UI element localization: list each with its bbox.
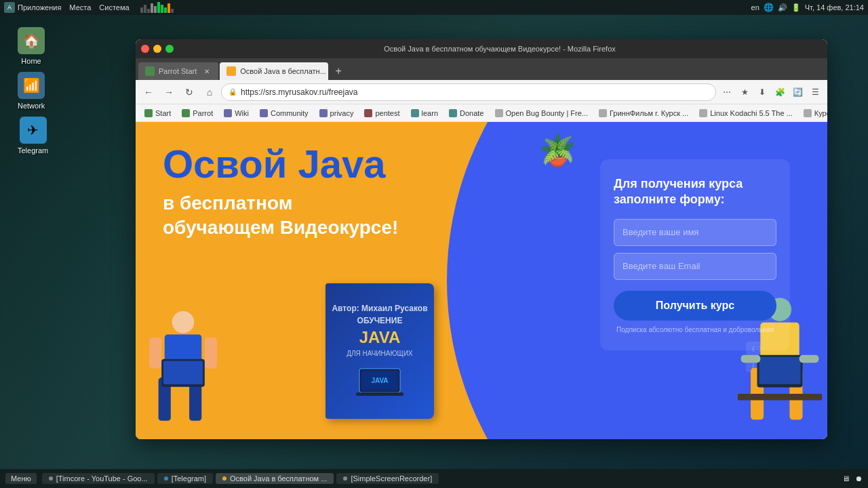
- home-icon-img: 🏠: [18, 27, 45, 54]
- menu-icon[interactable]: ☰: [807, 84, 823, 100]
- forward-button[interactable]: →: [160, 83, 178, 101]
- parrot-tab-label: Parrot Start: [159, 67, 197, 75]
- start-menu-button[interactable]: Меню: [5, 473, 37, 484]
- svg-rect-17: [738, 394, 822, 401]
- parrot-tab-close[interactable]: ✕: [202, 66, 212, 76]
- desktop-icon-home[interactable]: 🏠 Home: [15, 24, 47, 68]
- places-menu-label[interactable]: Места: [69, 3, 91, 12]
- bottom-taskbar: Меню [Timcore - YouTube - Goo... [Telegr…: [0, 469, 868, 488]
- bookmark-privacy[interactable]: privacy: [315, 108, 359, 119]
- hero-subtitle-line2: обучающем Видеокурсе!: [163, 217, 398, 238]
- java-dot: [222, 476, 226, 481]
- refresh-button[interactable]: ↻: [180, 83, 198, 101]
- main-tab-icon: [226, 66, 236, 76]
- bookmark-pentest[interactable]: pentest: [359, 108, 404, 119]
- bookmark-bugbounty[interactable]: Open Bug Bounty | Fre...: [490, 108, 593, 119]
- bookmark-learn-icon: [411, 109, 419, 117]
- taskbar-item-timcore[interactable]: [Timcore - YouTube - Goo...: [42, 473, 155, 484]
- bookmark-community-label: Community: [271, 109, 309, 117]
- webpage-hero: Освой Java в бесплатном обучающем Видеок…: [136, 122, 827, 439]
- sync-icon[interactable]: 🔄: [789, 84, 806, 100]
- bookmark-learn[interactable]: learn: [406, 108, 443, 119]
- svg-rect-4: [356, 392, 403, 396]
- book-subtitle-text: ДЛЯ НАЧИНАЮЩИХ: [347, 350, 413, 357]
- figure-left: [142, 304, 224, 439]
- apps-menu-label[interactable]: Приложения: [18, 3, 61, 12]
- maximize-button[interactable]: [165, 45, 174, 53]
- form-section: Для получения курса заполните форму: Пол…: [600, 159, 790, 350]
- back-button[interactable]: ←: [140, 83, 157, 101]
- form-email-input[interactable]: [614, 253, 776, 280]
- tab-main[interactable]: Освой Java в бесплатн... ✕: [220, 62, 328, 80]
- bookmark-donate-label: Donate: [460, 109, 484, 117]
- bookmark-star-icon[interactable]: ★: [736, 84, 753, 100]
- svg-rect-10: [205, 338, 217, 368]
- form-title: Для получения курса заполните форму:: [614, 176, 776, 208]
- hero-title: Освой Java: [163, 142, 398, 186]
- bookmark-parrot[interactable]: Parrot: [177, 108, 218, 119]
- bookmark-pentest-icon: [364, 109, 372, 117]
- close-button[interactable]: [141, 45, 149, 53]
- bookmark-community-icon: [260, 109, 268, 117]
- address-text: https://srs.myrusakov.ru/freejava: [241, 87, 709, 97]
- download-icon[interactable]: ⬇: [754, 84, 770, 100]
- recorder-label: [SimpleScreenRecorder]: [351, 474, 432, 483]
- form-submit-button[interactable]: Получить курс: [614, 291, 776, 321]
- cpu-graph: [140, 2, 181, 13]
- bookmark-start[interactable]: Start: [140, 108, 176, 119]
- book-java-text: JAVA: [359, 328, 400, 347]
- nav-more-icon[interactable]: ⋯: [719, 84, 735, 100]
- bookmark-start-label: Start: [155, 109, 171, 117]
- bookmark-grinn-icon: [599, 109, 607, 117]
- apps-menu-icon[interactable]: A: [4, 2, 15, 13]
- taskbar-items: [Timcore - YouTube - Goo... [Telegram] О…: [42, 473, 837, 484]
- bookmark-bugbounty-icon: [495, 109, 503, 117]
- hero-subtitle: в бесплатном обучающем Видеокурсе!: [163, 191, 398, 241]
- taskbar-item-recorder[interactable]: [SimpleScreenRecorder]: [336, 473, 439, 484]
- address-bar[interactable]: 🔒 https://srs.myrusakov.ru/freejava: [221, 83, 716, 101]
- extensions-icon[interactable]: 🧩: [772, 84, 788, 100]
- form-name-input[interactable]: [614, 219, 776, 246]
- svg-point-5: [172, 311, 195, 333]
- bookmark-privacy-label: privacy: [330, 109, 354, 117]
- desktop-icon-network[interactable]: 📶 Network: [15, 69, 47, 113]
- book-title-text: ОБУЧЕНИЕ: [357, 316, 403, 325]
- svg-rect-19: [759, 357, 800, 384]
- bookmark-start-icon: [144, 109, 153, 117]
- bookmark-bugbounty-label: Open Bug Bounty | Fre...: [506, 109, 588, 117]
- taskbar-item-java[interactable]: Освой Java в бесплатном ...: [216, 473, 334, 484]
- bookmarks-bar: Start Parrot Wiki Community privacy pent…: [136, 104, 827, 122]
- bookmark-grinn[interactable]: ГриннФильм г. Курск ...: [594, 108, 693, 119]
- hero-text-block: Освой Java в бесплатном обучающем Видеок…: [163, 142, 398, 241]
- desktop-icon-telegram[interactable]: ✈ Telegram: [15, 114, 51, 157]
- bookmark-wiki-label: Wiki: [235, 109, 249, 117]
- home-nav-button[interactable]: ⌂: [201, 83, 218, 101]
- bookmark-learn-label: learn: [422, 109, 438, 117]
- lock-icon: 🔒: [229, 88, 237, 96]
- bookmark-kodachi-icon: [699, 109, 707, 117]
- bookmark-donate[interactable]: Donate: [444, 108, 488, 119]
- bookmark-kodachi[interactable]: Linux Kodachi 5.5 The ...: [694, 108, 797, 119]
- main-tab-label: Освой Java в бесплатн...: [240, 67, 326, 75]
- browser-window: Освой Java в бесплатном обучающем Видеок…: [136, 39, 827, 439]
- bookmark-kurs[interactable]: Курс «Специалист по ...: [799, 108, 827, 119]
- svg-rect-9: [149, 338, 161, 368]
- new-tab-button[interactable]: +: [330, 62, 347, 80]
- bookmark-community[interactable]: Community: [255, 108, 313, 119]
- telegram-dot: [164, 476, 168, 481]
- bookmark-pentest-label: pentest: [375, 109, 399, 117]
- nav-extra-buttons: ⋯ ★ ⬇ 🧩 🔄 ☰: [719, 84, 823, 100]
- svg-rect-21: [800, 355, 819, 363]
- bookmark-kodachi-label: Linux Kodachi 5.5 The ...: [710, 109, 793, 117]
- taskbar-item-telegram[interactable]: [Telegram]: [157, 473, 213, 484]
- svg-text:JAVA: JAVA: [371, 377, 388, 384]
- parrot-tab-icon: [145, 66, 155, 76]
- telegram-icon-img: ✈: [20, 117, 47, 144]
- system-menu-label[interactable]: Система: [99, 3, 129, 12]
- bookmark-wiki[interactable]: Wiki: [219, 108, 254, 119]
- tab-parrot-start[interactable]: Parrot Start ✕: [138, 62, 218, 80]
- plant-decoration: 🪴: [538, 132, 576, 168]
- clock-display: Чт, 14 фев, 21:14: [805, 3, 864, 12]
- form-disclaimer: Подписка абсолютно бесплатная и добровол…: [614, 326, 776, 333]
- minimize-button[interactable]: [153, 45, 161, 53]
